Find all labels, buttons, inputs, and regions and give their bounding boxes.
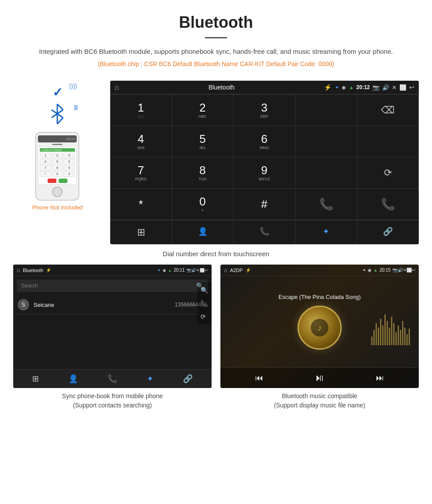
dialpad-footer: ⊞ 👤 📞 ✦ 🔗 (110, 220, 419, 244)
status-title: Bluetooth (123, 84, 321, 91)
dial-key-7[interactable]: 7PQRS (110, 157, 172, 189)
dial-key-5[interactable]: 5JKL (172, 126, 234, 157)
music-status-bar: ⌂ A2DP ⚡ ✦◉▲ 20:15 📷🔊✕⬜↩ (220, 265, 419, 276)
pb-status-right: ✦ ◉ ▲ 20:11 📷🔊✕⬜↩ (157, 268, 208, 273)
music-album-art: ♪ (298, 306, 342, 350)
music-block: ⌂ A2DP ⚡ ✦◉▲ 20:15 📷🔊✕⬜↩ Escape (The Pin… (220, 265, 419, 410)
pb-contact-row: S Seicane 13566664466 (13, 295, 212, 314)
music-play-pause-icon[interactable]: ⏯ (315, 372, 324, 384)
dial-key-1[interactable]: 1◌◌ (110, 95, 172, 126)
bt-status-icon: ✦ (335, 85, 339, 90)
pb-contact-name: Seicane (34, 302, 175, 308)
pb-footer-grid[interactable]: ⊞ (32, 374, 39, 384)
pb-search-icon[interactable]: 🔍 (201, 287, 208, 294)
dial-key-4[interactable]: 4GHI (110, 126, 172, 157)
music-album-inner: ♪ (311, 319, 328, 336)
pb-search-placeholder: Search (21, 283, 38, 289)
bluetooth-specs: (Bluetooth chip : CSR BC6 Default Blueto… (26, 60, 406, 67)
music-prev-icon[interactable]: ⏮ (255, 373, 263, 383)
pb-title: Bluetooth (23, 268, 43, 273)
dialpad-grid: 1◌◌ 2ABC 3DEF ⌫ 4GHI 5JKL 6MNO (110, 94, 419, 220)
bottom-screenshots: ⌂ Bluetooth ⚡ ✦ ◉ ▲ 20:11 📷🔊✕⬜↩ Search 🔍 (0, 265, 432, 419)
dial-key-hash[interactable]: # (234, 189, 295, 220)
phone-illustration: ✓ )))) )))) MOTO (13, 81, 101, 211)
music-time: 20:15 (380, 268, 391, 273)
music-song-title: Escape (The Pina Colada Song) (279, 294, 361, 300)
dial-caption: Dial number direct from touchscreen (0, 246, 432, 265)
back-icon: ↩ (409, 84, 414, 91)
pb-call-icon[interactable]: 📞 (201, 300, 208, 307)
dial-backspace[interactable]: ⌫ (357, 95, 419, 126)
description: Integrated with BC6 Bluetooth module, su… (26, 46, 406, 57)
music-content: Escape (The Pina Colada Song) ♪ (220, 276, 419, 367)
dial-key-0[interactable]: 0+ (172, 189, 234, 220)
dial-call-red[interactable]: 📞 (357, 189, 419, 220)
dial-key-6[interactable]: 6MNO (234, 126, 295, 157)
music-screenshot: ⌂ A2DP ⚡ ✦◉▲ 20:15 📷🔊✕⬜↩ Escape (The Pin… (220, 265, 419, 388)
footer-link-icon[interactable]: 🔗 (357, 220, 419, 244)
pb-footer-person[interactable]: 👤 (68, 374, 78, 384)
svg-line-1 (57, 104, 63, 110)
dial-key-8[interactable]: 8TUV (172, 157, 234, 189)
pb-sync-icon[interactable]: ⟳ (201, 313, 208, 320)
dial-empty-4 (295, 157, 357, 189)
status-right: ✦ ◉ ▲ 20:12 📷 🔊 ✕ ⬜ ↩ (335, 84, 414, 91)
pb-footer-link[interactable]: 🔗 (183, 374, 193, 384)
dial-empty-3 (357, 126, 419, 157)
android-dial-screen: ⌂ Bluetooth ⚡ ✦ ◉ ▲ 20:12 📷 🔊 ✕ ⬜ ↩ 1◌◌ (110, 81, 419, 244)
page-title: Bluetooth (26, 13, 406, 32)
dial-key-9[interactable]: 9WXYZ (234, 157, 295, 189)
header-section: Bluetooth Integrated with BC6 Bluetooth … (0, 0, 432, 76)
home-icon: ⌂ (115, 83, 119, 91)
music-controls: ⏮ ⏯ ⏭ (220, 367, 419, 388)
dial-refresh[interactable]: ⟳ (357, 157, 419, 189)
footer-bluetooth-icon[interactable]: ✦ (295, 220, 357, 244)
pb-footer-bt[interactable]: ✦ (147, 374, 153, 384)
phone-body: MOTO + Add to Contacts 123 456 789 *0# (35, 132, 79, 201)
pb-status-bar: ⌂ Bluetooth ⚡ ✦ ◉ ▲ 20:11 📷🔊✕⬜↩ (13, 265, 212, 276)
usb-icon: ⚡ (324, 84, 331, 91)
signal-icon: ▲ (349, 85, 354, 90)
location-icon: ◉ (342, 85, 346, 90)
middle-section: ✓ )))) )))) MOTO (0, 76, 432, 246)
divider (205, 37, 227, 38)
pb-contact-avatar: S (18, 299, 29, 310)
footer-contacts-icon[interactable]: 👤 (172, 220, 234, 244)
pb-footer-phone[interactable]: 📞 (108, 374, 117, 384)
window-icon: ⬜ (399, 84, 406, 91)
pb-time: 20:11 (174, 268, 185, 273)
dial-empty-2 (295, 126, 357, 157)
close-icon: ✕ (392, 84, 397, 91)
music-screen: ⌂ A2DP ⚡ ✦◉▲ 20:15 📷🔊✕⬜↩ Escape (The Pin… (220, 265, 419, 388)
time-display: 20:12 (356, 84, 370, 90)
status-bar: ⌂ Bluetooth ⚡ ✦ ◉ ▲ 20:12 📷 🔊 ✕ ⬜ ↩ (110, 81, 419, 94)
svg-line-4 (57, 118, 63, 124)
music-status-title: A2DP (230, 268, 243, 273)
footer-grid-icon[interactable]: ⊞ (110, 220, 172, 244)
dial-empty-1 (295, 95, 357, 126)
phonebook-block: ⌂ Bluetooth ⚡ ✦ ◉ ▲ 20:11 📷🔊✕⬜↩ Search 🔍 (13, 265, 212, 410)
music-next-icon[interactable]: ⏭ (376, 373, 384, 383)
dial-key-2[interactable]: 2ABC (172, 95, 234, 126)
footer-phone-icon[interactable]: 📞 (234, 220, 295, 244)
pb-search-bar[interactable]: Search 🔍 (17, 280, 208, 292)
dial-call-green[interactable]: 📞 (295, 189, 357, 220)
phone-not-included-label: Phone Not Included (32, 204, 82, 211)
camera-icon: 📷 (372, 84, 380, 91)
music-visualizer (371, 310, 410, 345)
dial-key-3[interactable]: 3DEF (234, 95, 295, 126)
phonebook-caption: Sync phone-book from mobile phone (Suppo… (13, 392, 212, 410)
volume-icon: 🔊 (382, 84, 389, 91)
music-note-icon: ♪ (317, 323, 322, 333)
dial-key-star[interactable]: * (110, 189, 172, 220)
music-caption: Bluetooth music compatible (Support disp… (220, 392, 419, 410)
phonebook-screenshot: ⌂ Bluetooth ⚡ ✦ ◉ ▲ 20:11 📷🔊✕⬜↩ Search 🔍 (13, 265, 212, 388)
